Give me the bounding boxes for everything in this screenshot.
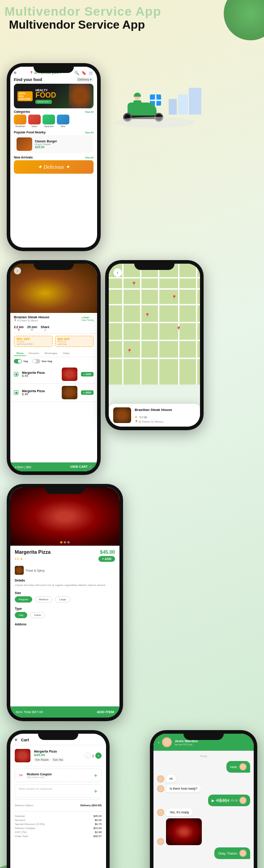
dot-3[interactable] [68, 541, 70, 543]
tab-pizza[interactable]: Pizza [14, 351, 26, 356]
remarks-add-icon[interactable]: + [94, 787, 98, 795]
msg-hello: Hello [226, 761, 250, 773]
price-special-discount: Special Discount (15.0%) $6.75 [15, 822, 102, 826]
menu-item-1-price: $ 45 [22, 374, 58, 377]
restaurant-name-group: Brazian Steak House 📍 91 Parker St. Mexi… [14, 315, 49, 322]
chat-user-avatar [162, 737, 172, 747]
new-arrivals-title: New Arrivals [14, 156, 33, 159]
size-medium[interactable]: Medium [35, 596, 52, 603]
qty-decrease[interactable]: - [85, 753, 91, 759]
menu-icon[interactable]: ≡ [14, 70, 17, 75]
type-veg[interactable]: Veg [15, 612, 27, 618]
type-title: Type [15, 607, 115, 610]
scooter-illustration [105, 63, 217, 135]
veg-toggle-item[interactable]: Veg [14, 359, 28, 363]
map-background: ‹ [109, 264, 200, 385]
search-icon[interactable]: 🔍 [74, 71, 79, 75]
delivery-selector[interactable]: Delivery ▾ [76, 77, 94, 82]
menu-item-1-add[interactable]: + ADD [81, 372, 94, 376]
cart-item-info: Margarita Pizza $45.00 Size: Regular Typ… [34, 750, 81, 761]
redeem-info: Redeem Coupon Add coupon code [27, 773, 90, 778]
banner-order-btn[interactable]: ORDER NOW > [35, 100, 52, 104]
categories-view-all[interactable]: View All [85, 111, 94, 113]
cart-item-name: Margarita Pizza [34, 750, 81, 753]
pizza-add-button[interactable]: + ADD [98, 556, 115, 562]
bookmark-icon[interactable]: 🔖 [81, 71, 86, 75]
location-pin-icon: 📍 [14, 319, 17, 322]
add-item-button[interactable]: ADD ITEM [97, 710, 114, 714]
phone-map: ‹ [105, 260, 204, 430]
size-regular[interactable]: Regular [15, 596, 32, 603]
road-v1 [122, 264, 123, 385]
popular-view-all[interactable]: View All [85, 131, 94, 134]
veg-toggle-switch[interactable] [14, 359, 22, 363]
map-marker-2 [171, 295, 176, 301]
map-back-button[interactable]: ‹ [113, 268, 122, 277]
msg-avatar-left-4 [157, 838, 164, 845]
non-veg-toggle-switch[interactable] [32, 359, 40, 363]
chat-messages: Today Hello Hi Is there food ready [153, 751, 254, 868]
tab-beverages[interactable]: Beverages [42, 351, 60, 356]
category-japanese[interactable]: Japanese [43, 115, 55, 128]
veg-indicator-2 [14, 390, 18, 395]
coupon-1[interactable]: 50% OFF TRYNEW valid till Jan 31,2022 [14, 336, 53, 347]
audio-time: 02:18 [231, 799, 238, 802]
restaurant-address: 📍 91 Parker St. Mexico [14, 319, 49, 322]
remarks-placeholder[interactable]: Write remarks for restaurant [19, 787, 52, 790]
section-pizza-row: Margerita Pizza $45.00 4.0 ★ + ADD Food … [0, 479, 264, 726]
menu-item-2-add[interactable]: + ADD [81, 390, 94, 395]
scooter-body-green [128, 103, 157, 116]
redeem-add-btn[interactable]: + [94, 772, 98, 779]
qty-value: 1 [92, 754, 94, 757]
back-button[interactable]: ‹ [14, 267, 21, 274]
coupons-row: 50% OFF TRYNEW valid till Jan 31,2022 $2… [10, 334, 97, 349]
view-cart-btn[interactable]: VIEW CART 🛒 [70, 465, 93, 469]
delivery-option-row: Delivery Option: Delivery ($10.00) [15, 803, 102, 808]
restaurant-screen: ‹ Brazian Steak House 📍 91 Parker St. Me… [10, 264, 97, 402]
cart-bar: 3 Item | $90 VIEW CART 🛒 [10, 462, 97, 471]
play-button[interactable]: ▶ [212, 799, 214, 803]
pizza-info: Margerita Pizza $45.00 4.0 ★ + ADD [10, 546, 119, 564]
dot-2[interactable] [64, 541, 66, 543]
category-img-breakfast [14, 115, 26, 124]
building-3 [169, 99, 177, 115]
coupon-2[interactable]: $20 OFF FIRSTYOU valid till Jan... [55, 336, 94, 347]
popular-section: Popular Food Nearby View All Classic Bur… [10, 129, 97, 154]
cart-item-img [15, 749, 30, 762]
remarks-section: Write remarks for restaurant + [15, 784, 102, 798]
dot-1[interactable] [60, 541, 63, 543]
chat-back-button[interactable]: ‹ [158, 740, 159, 745]
tab-desserts[interactable]: Desserts [26, 351, 42, 356]
category-breakfast[interactable]: Breakfast [14, 115, 26, 128]
popular-header: Popular Food Nearby View All [14, 131, 94, 134]
cart-menu-icon[interactable]: ≡ [15, 737, 17, 742]
type-garlic[interactable]: Garlic [30, 612, 45, 618]
pizza-rating: 4.0 ★ [15, 557, 23, 561]
veg-toggle: Veg Non-Veg [10, 357, 97, 365]
road-v5 [196, 264, 197, 385]
view-timing-link[interactable]: View Timing [81, 319, 94, 321]
pizza-rating-row: 4.0 ★ + ADD [15, 556, 115, 562]
map-platform [114, 117, 195, 128]
category-new[interactable]: New [57, 115, 69, 128]
popular-card[interactable]: Classic Burger Hungry Puppets $29.00 [14, 135, 94, 153]
menu-item-2-info: Margerita Pizza $ 48 [22, 389, 58, 396]
location-icon-small: 📍 [135, 420, 138, 423]
non-veg-toggle-item[interactable]: Non-Veg [32, 359, 52, 363]
msg-yes-ready: Yes, It's ready [157, 808, 193, 816]
new-arrivals-view-all[interactable]: View All [85, 156, 94, 159]
msg-hi: Hi [157, 775, 176, 782]
cart-icon[interactable]: 🛒 [89, 71, 94, 75]
restaurant-name: Brazian Steak House [14, 315, 49, 319]
qty-increase[interactable]: + [95, 753, 102, 759]
popular-item-price: $29.00 [35, 145, 57, 149]
rating-stars: ★ [135, 415, 137, 419]
size-large[interactable]: Large [55, 596, 70, 603]
stat-share[interactable]: Share ↗ [41, 325, 49, 332]
tab-sides[interactable]: Sides [60, 351, 72, 356]
map-marker-1 [131, 282, 136, 288]
category-italian[interactable]: Italian [28, 115, 41, 128]
menu-item-1-img [62, 368, 77, 381]
categories-section: Categories View All Breakfast Italian [10, 108, 97, 129]
map-marker-5 [127, 349, 131, 355]
